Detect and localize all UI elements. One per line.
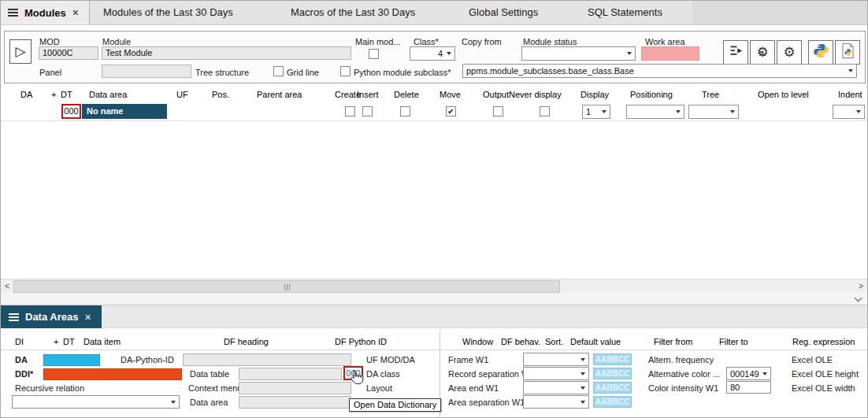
col-parent-area: Parent area [257,90,302,99]
context-menu-label: Context menu [188,383,242,393]
scrollbar-thumb[interactable] [13,280,560,293]
copy-from-label: Copy from [462,37,502,46]
tooltip: Open Data Dictionary [349,398,441,412]
menu-icon[interactable] [8,9,18,17]
main-module-label: Main mod... [355,37,400,46]
ddi-color-field[interactable] [43,368,182,380]
ddi-label: DDI* [15,369,33,379]
data-area-label: Data area [190,398,228,407]
scrollbar-grip [284,284,290,290]
module-label: Module [102,37,131,46]
never-display-checkbox[interactable] [540,106,550,117]
da-python-id-field[interactable] [183,353,351,366]
data-areas-header-bar: Data Areas × [1,305,867,328]
add-dt-button[interactable]: + [51,90,56,99]
gear-edit-icon: ⚙ ✎ [756,46,768,60]
close-icon[interactable]: × [84,312,91,323]
area-end-dropdown[interactable] [523,381,589,394]
context-menu-field[interactable] [239,382,351,394]
move-checkbox[interactable]: ✔ [446,106,456,117]
module-name-field[interactable]: Test Module [102,46,351,60]
output-checkbox[interactable] [493,106,503,117]
app-window: Modules × Modules of the Last 30 Days Ma… [0,0,868,418]
tab-data-areas-label: Data Areas [25,311,78,323]
tab-modules[interactable]: Modules × [1,1,90,24]
alternative-color-dropdown[interactable]: 000149 [726,367,771,380]
frame-w1-label: Frame W1 [448,355,488,364]
da-color-field[interactable] [43,354,100,366]
data-area-field[interactable] [239,396,351,409]
row-dt-cell[interactable]: 000 [61,104,81,119]
python-macro-button[interactable] [808,40,833,65]
col-tree: Tree [702,90,719,99]
data-table-field[interactable] [239,368,342,380]
positioning-dropdown[interactable] [626,105,684,119]
customize-button[interactable]: ⚙ ✎ [750,40,775,65]
header-separator [1,350,867,350]
run-sequence-button[interactable] [723,40,748,65]
panel-divider-strip [1,293,867,305]
tab-global-settings[interactable]: Global Settings [469,1,538,24]
run-module-button[interactable]: ▷ [9,39,32,64]
play-icon: ▷ [15,44,25,59]
module-status-label: Module status [523,37,577,46]
mod-label: MOD [39,37,60,46]
display-dropdown[interactable]: 1 [582,105,610,119]
add-di-button[interactable]: + [54,337,58,346]
class-dropdown[interactable]: 4 [410,46,455,61]
create-checkbox[interactable] [345,106,355,117]
color-intensity-field[interactable]: 80 [726,381,771,394]
record-separation-dropdown[interactable] [523,367,589,380]
grid-line-checkbox[interactable] [273,66,284,76]
scroll-right-icon[interactable]: > [855,279,867,293]
scroll-left-icon[interactable]: < [1,279,13,293]
layout-label: Layout [366,383,392,393]
tab-sql-statements[interactable]: SQL Statements [588,1,662,24]
recursive-relation-dropdown[interactable] [12,395,180,409]
col-df-heading: DF heading [224,337,269,346]
row-data-area-cell[interactable]: No name [82,104,167,119]
tab-data-areas[interactable]: Data Areas × [1,305,102,328]
col-df-python-id: DF Python ID [335,337,387,346]
col-dt: DT [61,90,72,99]
work-area-field[interactable] [641,46,699,61]
close-icon[interactable]: × [72,7,79,18]
menu-icon[interactable] [9,313,19,321]
panel-field[interactable] [102,65,191,78]
area-end-color-swatch[interactable]: AABBCC [593,382,632,394]
python-subclass-checkbox[interactable] [340,66,351,76]
excel-ole-label: Excel OLE [792,355,833,364]
gear-icon: ⚙ [783,46,795,59]
tree-dropdown[interactable] [688,105,739,119]
mod-field[interactable]: 10000C [39,46,98,60]
alternative-color-label: Alternative color ... [648,369,720,379]
python-subclass-button[interactable] [835,40,860,65]
insert-checkbox[interactable] [362,106,373,117]
frame-w1-dropdown[interactable] [523,353,589,366]
frame-color-swatch[interactable]: AABBCC [593,353,632,365]
excel-ole-width-label: Excel OLE width [792,383,855,393]
tab-modules-last-30-days[interactable]: Modules of the Last 30 Days [103,1,233,24]
col-display: Display [581,90,609,99]
col-data-area: Data area [89,90,127,99]
da-class-label: DA class [366,369,400,379]
python-subclass-label: Python module subclass* [354,68,451,77]
horizontal-scrollbar[interactable]: < > [1,279,867,293]
uf-mod-da-label: UF MOD/DA [366,355,415,364]
settings-button[interactable]: ⚙ [777,40,802,65]
tab-macros-last-30-days[interactable]: Macros of the Last 30 Days [291,1,415,24]
da-label: DA [15,355,28,364]
record-separation-color-swatch[interactable]: AABBCC [593,368,632,379]
module-status-dropdown[interactable] [521,46,636,61]
main-module-checkbox[interactable] [369,49,379,59]
indent-dropdown[interactable] [833,105,865,119]
color-intensity-label: Color intensity W1 [648,383,718,393]
area-separation-color-swatch[interactable]: AABBCC [593,396,632,408]
col-default-value: Default value [570,337,621,346]
col-positioning: Positioning [630,90,673,99]
area-separation-dropdown[interactable] [523,395,589,409]
python-subclass-dropdown[interactable]: ppms.module_subclasses.base_class.Base [462,64,857,78]
col-di: DI [15,337,24,346]
delete-checkbox[interactable] [400,106,410,117]
record-separation-label: Record separation W1 [448,369,534,379]
